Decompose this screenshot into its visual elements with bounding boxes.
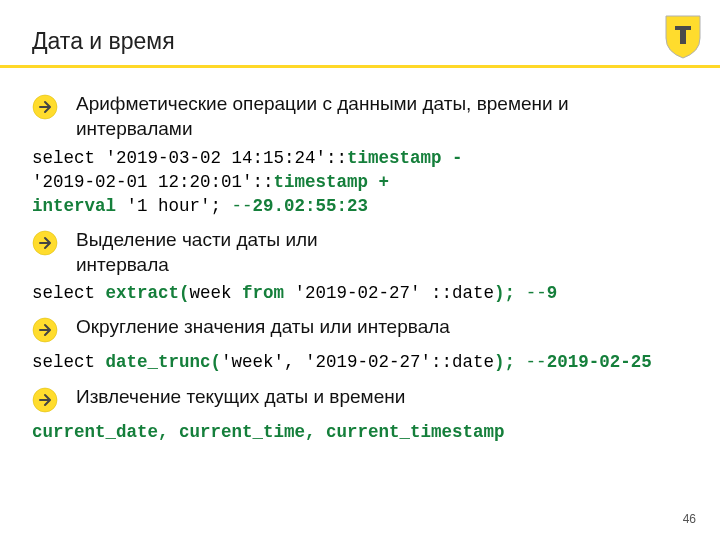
code-keyword: ); [494, 283, 515, 303]
arrow-right-icon [32, 230, 58, 260]
code-comment: 2019-02-25 [547, 352, 652, 372]
bullet-item: Арифметические операции с данными даты, … [32, 92, 688, 141]
brand-logo [662, 12, 704, 60]
code-text: 'week', '2019-02-27'::date [221, 352, 494, 372]
code-keyword: timestamp - [347, 148, 463, 168]
code-comment: 9 [547, 283, 558, 303]
bullet-text: Округление значения даты или интервала [76, 315, 450, 340]
arrow-right-icon [32, 387, 58, 417]
bullet-text: Извлечение текущих даты и времени [76, 385, 405, 410]
code-text: select [32, 352, 106, 372]
code-keyword: timestamp + [274, 172, 390, 192]
slide-header: Дата и время [0, 0, 720, 68]
page-number: 46 [683, 512, 696, 526]
code-keyword: interval [32, 196, 116, 216]
arrow-right-icon [32, 94, 58, 124]
code-keyword: ); [494, 352, 515, 372]
slide-title: Дата и время [32, 28, 688, 55]
slide-content: Арифметические операции с данными даты, … [0, 68, 720, 445]
code-text: select '2019-03-02 14:15:24':: [32, 148, 347, 168]
code-keyword: from [242, 283, 284, 303]
code-block: select date_trunc('week', '2019-02-27'::… [32, 351, 688, 375]
code-comment: -- [232, 196, 253, 216]
code-text: '2019-02-27' ::date [284, 283, 494, 303]
bullet-text: Арифметические операции с данными даты, … [76, 92, 596, 141]
bullet-item: Извлечение текущих даты и времени [32, 385, 688, 417]
bullet-item: Округление значения даты или интервала [32, 315, 688, 347]
code-block: select '2019-03-02 14:15:24'::timestamp … [32, 147, 688, 218]
code-comment: -- [515, 283, 547, 303]
code-text: '2019-02-01 12:20:01':: [32, 172, 274, 192]
code-text: '1 hour'; [116, 196, 232, 216]
code-comment: -- [515, 352, 547, 372]
bullet-text: Выделение части даты или интервала [76, 228, 396, 277]
code-text: week [190, 283, 243, 303]
code-keyword: extract( [106, 283, 190, 303]
code-block: select extract(week from '2019-02-27' ::… [32, 282, 688, 306]
code-keyword: current_date, current_time, current_time… [32, 422, 505, 442]
svg-rect-1 [680, 26, 686, 44]
code-keyword: date_trunc( [106, 352, 222, 372]
arrow-right-icon [32, 317, 58, 347]
bullet-item: Выделение части даты или интервала [32, 228, 688, 277]
code-comment: 29.02:55:23 [253, 196, 369, 216]
code-text: select [32, 283, 106, 303]
code-block: current_date, current_time, current_time… [32, 421, 688, 445]
